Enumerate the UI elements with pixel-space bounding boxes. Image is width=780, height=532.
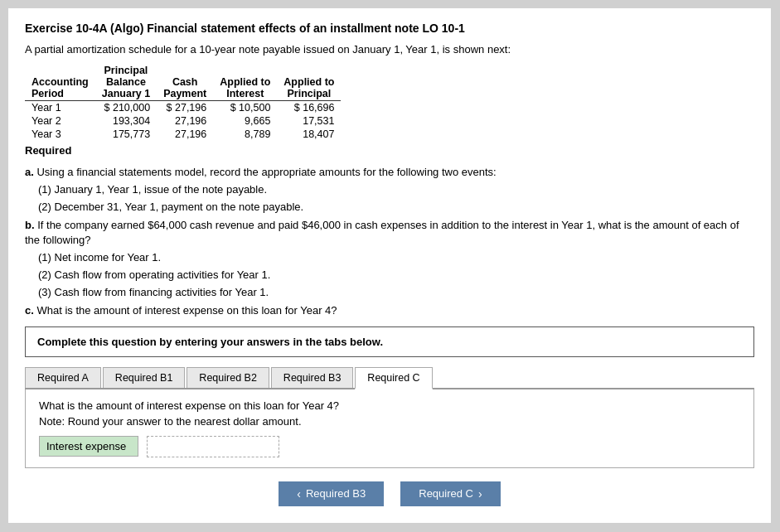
table-header-row: AccountingPeriod PrincipalBalanceJanuary… bbox=[25, 64, 341, 101]
col-header-accounting-period: AccountingPeriod bbox=[25, 64, 95, 101]
tab-req-b1[interactable]: Required B1 bbox=[103, 367, 186, 388]
back-button[interactable]: ‹ Required B3 bbox=[279, 481, 384, 506]
tab-req-c[interactable]: Required C bbox=[355, 367, 432, 389]
table-cell: 175,773 bbox=[95, 128, 157, 141]
question-a: a. Using a financial statements model, r… bbox=[25, 165, 754, 180]
forward-button[interactable]: Required C › bbox=[400, 481, 500, 506]
question-a-text: Using a financial statements model, reco… bbox=[36, 166, 496, 178]
tab-req-b2[interactable]: Required B2 bbox=[187, 367, 269, 388]
col-header-cash-payment: CashPayment bbox=[157, 64, 213, 101]
table-cell: 18,407 bbox=[277, 128, 341, 141]
table-cell: 193,304 bbox=[95, 114, 157, 128]
answer-row: Interest expense bbox=[39, 436, 740, 457]
col-header-applied-interest: Applied toInterest bbox=[213, 64, 277, 101]
table-cell: Year 1 bbox=[25, 101, 95, 115]
back-button-label: Required B3 bbox=[306, 487, 366, 500]
table-row: Year 2193,30427,1969,66517,531 bbox=[25, 114, 341, 128]
back-arrow-icon: ‹ bbox=[297, 487, 301, 501]
complete-box-text: Complete this question by entering your … bbox=[37, 336, 383, 348]
question-b-label: b. bbox=[25, 219, 35, 231]
intro-text: A partial amortization schedule for a 10… bbox=[25, 43, 754, 56]
question-a-sub2: (2) December 31, Year 1, payment on the … bbox=[25, 200, 754, 215]
tab-req-a[interactable]: Required A bbox=[25, 367, 101, 388]
nav-buttons: ‹ Required B3 Required C › bbox=[25, 481, 754, 506]
table-row: Year 3175,77327,1968,78918,407 bbox=[25, 128, 341, 141]
question-b-sub2: (2) Cash flow from operating activities … bbox=[25, 268, 754, 283]
table-cell: $ 16,696 bbox=[277, 101, 341, 115]
amortization-table-wrapper: AccountingPeriod PrincipalBalanceJanuary… bbox=[25, 64, 754, 157]
table-cell: $ 10,500 bbox=[213, 101, 277, 115]
col-header-applied-principal: Applied toPrincipal bbox=[277, 64, 341, 101]
question-c-text: What is the amount of interest expense o… bbox=[36, 304, 337, 317]
tabs-section: Required ARequired B1Required B2Required… bbox=[25, 367, 754, 468]
page-title: Exercise 10-4A (Algo) Financial statemen… bbox=[25, 22, 754, 35]
question-a-label: a. bbox=[25, 166, 34, 178]
forward-button-label: Required C bbox=[419, 487, 473, 500]
tab-note: Note: Round your answer to the nearest d… bbox=[39, 415, 740, 428]
answer-input[interactable] bbox=[147, 436, 279, 457]
table-cell: 17,531 bbox=[277, 114, 341, 128]
main-page: Exercise 10-4A (Algo) Financial statemen… bbox=[8, 8, 771, 523]
table-cell: 9,665 bbox=[213, 114, 277, 128]
col-header-principal-balance: PrincipalBalanceJanuary 1 bbox=[95, 64, 157, 101]
table-cell: Year 2 bbox=[25, 114, 95, 128]
table-cell: $ 210,000 bbox=[95, 101, 157, 115]
question-c-label: c. bbox=[25, 304, 34, 317]
question-a-sub1: (1) January 1, Year 1, issue of the note… bbox=[25, 182, 754, 197]
table-cell: 27,196 bbox=[157, 128, 213, 141]
amortization-table: AccountingPeriod PrincipalBalanceJanuary… bbox=[25, 64, 341, 141]
required-label: Required bbox=[25, 144, 754, 157]
table-cell: 27,196 bbox=[157, 114, 213, 128]
table-cell: Year 3 bbox=[25, 128, 95, 141]
tab-req-b3[interactable]: Required B3 bbox=[271, 367, 354, 388]
question-c: c. What is the amount of interest expens… bbox=[25, 303, 754, 318]
complete-box: Complete this question by entering your … bbox=[25, 326, 754, 357]
tabs-row: Required ARequired B1Required B2Required… bbox=[25, 367, 754, 389]
question-b-sub1: (1) Net income for Year 1. bbox=[25, 250, 754, 265]
question-b: b. If the company earned $64,000 cash re… bbox=[25, 218, 754, 248]
question-b-text: If the company earned $64,000 cash reven… bbox=[25, 219, 739, 246]
table-cell: 8,789 bbox=[213, 128, 277, 141]
answer-label: Interest expense bbox=[39, 436, 138, 457]
tab-content: What is the amount of interest expense o… bbox=[25, 389, 754, 468]
question-b-sub3: (3) Cash flow from financing activities … bbox=[25, 285, 754, 300]
forward-arrow-icon: › bbox=[478, 487, 482, 501]
table-row: Year 1$ 210,000$ 27,196$ 10,500$ 16,696 bbox=[25, 101, 341, 115]
questions-section: a. Using a financial statements model, r… bbox=[25, 165, 754, 318]
table-cell: $ 27,196 bbox=[157, 101, 213, 115]
tab-question: What is the amount of interest expense o… bbox=[39, 399, 740, 412]
